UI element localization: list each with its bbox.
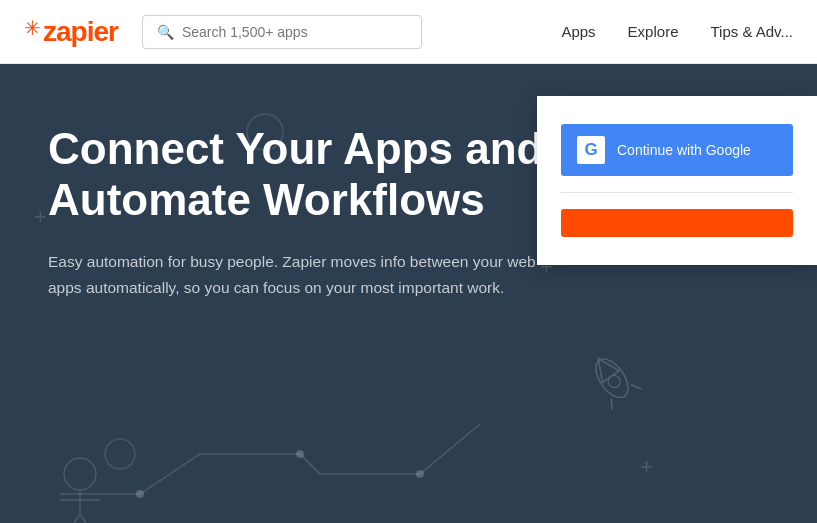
hero-section: + + + + Connect Your Apps and Automate W…	[0, 64, 817, 523]
svg-point-10	[64, 458, 96, 490]
search-input[interactable]	[182, 24, 407, 40]
google-g-letter: G	[584, 140, 597, 160]
logo-asterisk-icon: ✳	[24, 16, 41, 40]
signup-card: G Continue with Google	[537, 96, 817, 265]
logo[interactable]: ✳ zapier	[24, 16, 118, 48]
nav-explore[interactable]: Explore	[628, 23, 679, 40]
logo-wordmark: zapier	[43, 16, 118, 48]
google-btn-label: Continue with Google	[617, 142, 751, 158]
search-bar[interactable]: 🔍	[142, 15, 422, 49]
svg-text:+: +	[640, 454, 653, 479]
google-icon: G	[577, 136, 605, 164]
main-nav: Apps Explore Tips & Adv...	[561, 23, 793, 40]
hero-subtitle: Easy automation for busy people. Zapier …	[48, 249, 548, 300]
svg-line-14	[80, 514, 90, 523]
card-divider	[561, 192, 793, 193]
svg-marker-16	[590, 353, 619, 382]
hero-content: Connect Your Apps and Automate Workflows…	[0, 64, 600, 300]
svg-point-2	[105, 439, 135, 469]
svg-point-19	[606, 373, 623, 390]
signup-button[interactable]	[561, 209, 793, 237]
hero-title: Connect Your Apps and Automate Workflows	[48, 124, 552, 225]
svg-point-7	[136, 490, 144, 498]
svg-point-8	[296, 450, 304, 458]
google-signin-button[interactable]: G Continue with Google	[561, 124, 793, 176]
nav-tips[interactable]: Tips & Adv...	[710, 23, 793, 40]
svg-line-13	[70, 514, 80, 523]
header: ✳ zapier 🔍 Apps Explore Tips & Adv...	[0, 0, 817, 64]
search-icon: 🔍	[157, 24, 174, 40]
svg-point-9	[416, 470, 424, 478]
svg-line-18	[631, 381, 642, 393]
svg-point-15	[590, 353, 635, 403]
nav-apps[interactable]: Apps	[561, 23, 595, 40]
svg-line-17	[606, 398, 617, 410]
